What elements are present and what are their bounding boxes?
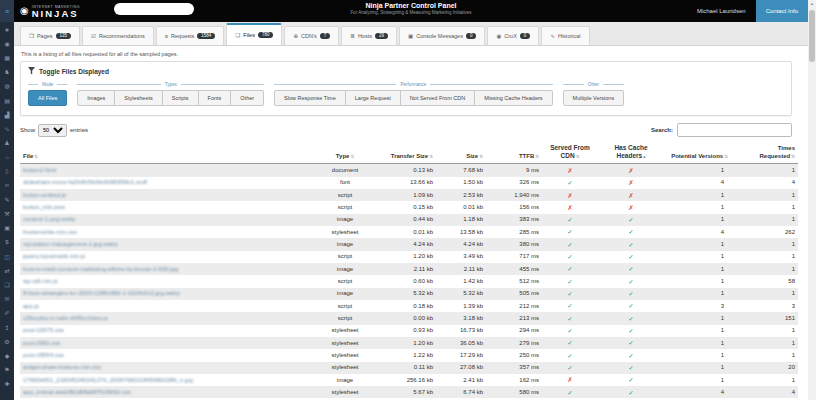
upload-icon[interactable]: ↥ (0, 320, 14, 334)
file-link[interactable]: app.js (23, 303, 39, 309)
filter-button-fonts[interactable]: Fonts (198, 90, 232, 106)
filter-button-not-served-from-cdn[interactable]: Not Served From CDN (400, 90, 475, 106)
sort-icon[interactable]: ⇅ (350, 154, 354, 159)
file-link[interactable]: reputation-management-1.jpg.webp (23, 241, 118, 247)
edit-icon[interactable]: ✐ (0, 306, 14, 320)
crux-icon: ◉ (496, 33, 501, 39)
tab-crux[interactable]: ◉CruX0 (487, 26, 539, 45)
globe-icon[interactable]: ◍ (0, 79, 14, 93)
file-link[interactable]: 17660b651_218545240241274_20057660218455… (23, 377, 193, 383)
tab-cdn-s[interactable]: ⊕CDN's7 (284, 26, 339, 45)
sort-icon[interactable]: ⇅ (724, 154, 728, 159)
link-icon[interactable]: ∞ (0, 178, 14, 192)
contact-info-button[interactable]: Contact Info (756, 0, 808, 22)
file-link[interactable]: 8-best-strategies-for-2020-1280x960-1-10… (23, 290, 180, 296)
sort-active-icon[interactable]: ▴ (643, 154, 645, 159)
scrollbar-thumb[interactable] (809, 10, 815, 62)
col-header-type[interactable]: Type⇅ (310, 142, 380, 164)
col-header-transfer-size[interactable]: Transfer Size⇅ (380, 142, 436, 164)
tab-historical[interactable]: ∿Historical (541, 26, 589, 45)
images-icon[interactable]: ▦ (0, 50, 14, 64)
file-link[interactable]: content-1.png.webp (23, 216, 76, 222)
file-link[interactable]: button-embed.js (23, 192, 66, 198)
document-icon[interactable]: ❏ (0, 277, 14, 291)
file-link[interactable]: post-2662.css (23, 340, 60, 346)
settings-icon[interactable]: ⚙ (0, 334, 14, 348)
transfer-size-cell: 0.60 kb (380, 275, 436, 287)
calendar-icon[interactable]: ◫ (0, 249, 14, 263)
mobile-icon[interactable]: ▯ (0, 164, 14, 178)
flag-icon[interactable]: ⚑ (0, 363, 14, 377)
tab-hosts[interactable]: ≣Hosts29 (341, 26, 397, 45)
filter-button-all-files[interactable]: All Files (28, 90, 67, 106)
times-requested-cell: 1 (740, 288, 798, 300)
table-row: 8-best-strategies-for-2020-1280x960-1-10… (20, 288, 798, 300)
file-link[interactable]: app_critical.ada1f82d88a987525662.css (23, 389, 131, 395)
file-link[interactable]: button_info.json (23, 204, 65, 210)
menu-icon[interactable]: ≡ (0, 0, 14, 22)
tab-console-messages[interactable]: ▣Console Messages0 (399, 26, 486, 45)
mail-icon[interactable]: ✉ (0, 292, 14, 306)
activity-icon[interactable]: ♞ (0, 65, 14, 79)
col-header-served-from-cdn[interactable]: Served From CDN⇅ (542, 142, 598, 164)
file-link[interactable]: button2.html (23, 167, 56, 173)
col-header-ttfb[interactable]: TTFB⇅ (486, 142, 542, 164)
file-link[interactable]: jquery.inputmask.min.js (23, 253, 85, 259)
sort-icon[interactable]: ⇅ (479, 154, 483, 159)
help-icon[interactable]: ✚ (0, 377, 14, 391)
sort-icon[interactable]: ⇅ (429, 154, 433, 159)
star-icon[interactable]: ★ (0, 22, 14, 36)
sort-icon[interactable]: ⇅ (576, 154, 580, 159)
sort-icon[interactable]: ⇅ (535, 154, 539, 159)
laptop-icon[interactable]: ⌂ (0, 150, 14, 164)
size-cell: 27.08 kb (436, 362, 486, 374)
filter-button-large-request[interactable]: Large Request (345, 90, 401, 106)
lock-icon[interactable]: ◆ (0, 348, 14, 362)
cdn-cross-icon: ✗ (542, 374, 598, 386)
col-header-potential-versions[interactable]: Potential Versions⇅ (664, 142, 740, 164)
id-card-icon[interactable]: ▤ (0, 93, 14, 107)
col-header-file[interactable]: File⇅ (20, 142, 310, 164)
col-header-has-cache-headers[interactable]: Has Cache Headers▴ (598, 142, 664, 164)
page-size-select[interactable]: 50 (38, 124, 67, 137)
shuffle-icon[interactable]: ⇄ (0, 263, 14, 277)
dollar-icon[interactable]: $ (0, 235, 14, 249)
file-link[interactable]: how-to-track-content-marketing-efforts-b… (23, 266, 178, 272)
file-link[interactable]: post-18554.css (23, 352, 64, 358)
file-link[interactable]: wp-util.min.js (23, 278, 58, 284)
users-icon[interactable]: ♟ (0, 136, 14, 150)
filter-button-images[interactable]: Images (77, 90, 115, 106)
tab-pages[interactable]: ❐Pages135 (20, 26, 80, 45)
line-chart-icon[interactable]: ∿ (0, 121, 14, 135)
scroll-up-icon[interactable]: ▲ (808, 0, 816, 8)
filter-button-slow-response-time[interactable]: Slow Response Time (274, 90, 346, 106)
file-type-cell: stylesheet (310, 325, 380, 337)
search-input[interactable] (677, 123, 792, 137)
file-link[interactable]: c29q-pkq-m-safe-sNf5ur1dws.js (23, 315, 108, 321)
page-scrollbar[interactable]: ▲ (808, 0, 816, 400)
file-link[interactable]: widget-share-buttons.min.css (23, 364, 101, 370)
filter-button-other[interactable]: Other (230, 90, 264, 106)
tab-requests[interactable]: ≡Requests1584 (156, 26, 224, 45)
filter-button-missing-cache-headers[interactable]: Missing Cache Headers (474, 90, 552, 106)
file-link[interactable]: slideshare-icons-fa2b4fc5fe9b4b589f56c1.… (23, 179, 147, 185)
package-icon[interactable]: ▣ (0, 221, 14, 235)
file-link[interactable]: post-10075.css (23, 327, 64, 333)
tools-icon[interactable]: ⚒ (0, 206, 14, 220)
bar-chart-icon[interactable]: ▟ (0, 107, 14, 121)
potential-versions-cell: 1 (664, 164, 740, 177)
sort-icon[interactable]: ⇅ (34, 154, 38, 159)
cache-check-icon: ✓ (598, 263, 664, 275)
filter-button-multiple-versions[interactable]: Multiple Versions (563, 90, 625, 106)
tab-recommendations[interactable]: ☑Recommendations (82, 26, 154, 45)
tab-files[interactable]: ❏Files780 (226, 23, 282, 45)
camera-icon[interactable]: ◉ (0, 36, 14, 50)
col-header-size[interactable]: Size⇅ (436, 142, 486, 164)
sort-icon[interactable]: ⇅ (791, 154, 795, 159)
col-header-times-requested[interactable]: Times Requested⇅ (740, 142, 798, 164)
file-link[interactable]: frontend-lite.min.css (23, 229, 77, 235)
pencil-icon[interactable]: ✎ (0, 192, 14, 206)
potential-versions-cell: 1 (664, 362, 740, 374)
filter-button-scripts[interactable]: Scripts (162, 90, 199, 106)
filter-button-stylesheets[interactable]: Stylesheets (114, 90, 162, 106)
